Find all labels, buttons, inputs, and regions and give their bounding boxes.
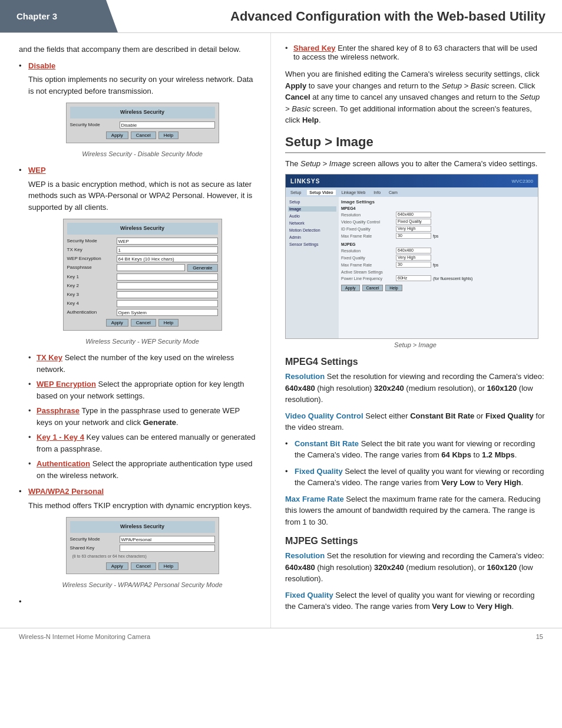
mjpeg-mfr-row: Max Frame Rate 30 fps <box>341 262 535 268</box>
cbr-label-inline: Constant Bit Rate <box>410 411 474 420</box>
mjpeg-section: MJPEG Resolution 640x480 Fixed Quality V… <box>341 242 535 268</box>
apply-btn-wep[interactable]: Apply <box>106 319 128 327</box>
nav-tab-cam[interactable]: Cam <box>386 190 400 195</box>
list-item-wpa: WPA/WPA2 Personal This method offers TKI… <box>19 486 256 590</box>
apply-btn-wpa[interactable]: Apply <box>106 562 128 570</box>
wpa-mode-row: Security Mode WPA/Personal <box>70 536 215 543</box>
vqc-label-p: Video Quality Control <box>285 411 363 420</box>
generate-btn[interactable]: Generate <box>187 264 217 272</box>
wep-key2-row: Key 2 <box>67 282 218 289</box>
screen-body: Setup Image Audio Network Motion Detecti… <box>286 197 538 338</box>
wep-key2-input[interactable] <box>117 282 218 289</box>
chapter-label: Chapter 3 <box>16 11 57 21</box>
res-value[interactable]: 640x480 <box>396 212 431 218</box>
apply-btn-screen[interactable]: Apply <box>341 285 360 291</box>
wpa-sharedkey-input[interactable] <box>120 545 215 552</box>
cbr-high: 1.2 Mbps <box>482 450 515 459</box>
wep-auth-row: Authentication Open System <box>67 309 218 316</box>
mjpeg-res-value[interactable]: 640x480 <box>396 248 431 253</box>
setup-image-heading: Setup > Image <box>285 134 546 153</box>
wep-key2-label: Key 2 <box>67 282 114 289</box>
sidebar-motion[interactable]: Motion Detection <box>288 228 336 233</box>
sidebar-audio[interactable]: Audio <box>288 213 336 219</box>
mjpeg-label: MJPEG <box>341 242 535 246</box>
apply-btn-disable[interactable]: Apply <box>106 131 128 139</box>
sidebar-sensor[interactable]: Sensor Settings <box>288 242 336 247</box>
wep-key1-row: Key 1 <box>67 274 218 281</box>
linksys-model: WVC2300 <box>512 179 533 184</box>
cancel-inline: Cancel <box>285 93 310 101</box>
mfr-text: Max Frame Rate Select the maximum frame … <box>285 493 546 528</box>
mjpeg-fq-low: Very Low <box>432 602 465 611</box>
cancel-btn-disable[interactable]: Cancel <box>131 131 156 139</box>
wpa-sharedkey-label: Shared Key <box>70 545 117 552</box>
mjpeg-resolution-text: Resolution Set the resolution for viewin… <box>285 550 546 585</box>
wep-key4-input[interactable] <box>117 300 218 307</box>
wep-bullets: • TX Key Select the number of the key us… <box>28 352 256 481</box>
mjpeg-fq-value[interactable]: Very High <box>396 255 431 261</box>
sidebar-admin[interactable]: Admin <box>288 235 336 240</box>
security-mode-select[interactable]: Disable <box>120 121 215 129</box>
mpeg4-label: MPEG4 <box>341 206 535 210</box>
wep-pass-label: Passphrase <box>67 264 114 271</box>
sidebar-setup[interactable]: Setup <box>288 199 336 205</box>
iq-value[interactable]: Very High <box>396 226 431 232</box>
nav-tab-image[interactable]: Setup Video <box>307 190 335 195</box>
mfr-value[interactable]: 30 <box>396 233 431 239</box>
cancel-btn-wep[interactable]: Cancel <box>131 319 156 327</box>
stream-row: Active Stream Settings <box>341 270 535 274</box>
help-btn-wep[interactable]: Help <box>158 319 178 327</box>
image-settings-title: Image Settings <box>341 199 535 205</box>
wep-pass-input[interactable] <box>117 264 186 271</box>
fq-high: Very High <box>486 478 521 487</box>
setup-image-screenshot: LINKSYS WVC2300 Setup Setup Video Linkag… <box>285 174 538 339</box>
nav-tab-info[interactable]: Info <box>371 190 383 195</box>
mfr-label: Max Frame Rate <box>285 495 344 503</box>
nav-tab-setup[interactable]: Setup <box>288 190 303 195</box>
wep-key3-label: Key 3 <box>67 291 114 298</box>
wep-txkey-select[interactable]: 1 <box>117 246 218 253</box>
help-btn-wpa[interactable]: Help <box>158 562 178 570</box>
disable-caption: Wireless Security - Disable Security Mod… <box>28 149 256 159</box>
passphrase-label: Passphrase <box>37 406 80 415</box>
resolution-row: Resolution 640x480 <box>341 212 535 218</box>
wep-enc-select[interactable]: 64 Bit Keys (10 Hex chars) <box>117 255 218 262</box>
fq-item: Fixed Quality Select the level of qualit… <box>285 466 546 489</box>
wep-key1-label: Key 1 <box>67 274 114 281</box>
finished-text: When you are finished editing the Camera… <box>285 68 546 126</box>
wep-bullet-encryption: • WEP Encryption Select the appropriate … <box>28 378 256 401</box>
wep-mode-select[interactable]: WEP <box>117 238 218 245</box>
wep-key1-input[interactable] <box>117 274 218 281</box>
cancel-btn-screen[interactable]: Cancel <box>362 285 384 291</box>
mjpeg-mfr-value[interactable]: 30 <box>396 262 431 268</box>
wpa-mode-select[interactable]: WPA/Personal <box>120 536 215 543</box>
vqc-value[interactable]: Fixed Quality <box>396 219 431 225</box>
sidebar-image[interactable]: Image <box>288 206 336 212</box>
wep-pass-row: Passphrase Generate <box>67 264 218 272</box>
wep-caption: Wireless Security - WEP Security Mode <box>28 337 256 347</box>
pline-value[interactable]: 60Hz <box>396 275 431 281</box>
help-btn-screen[interactable]: Help <box>385 285 402 291</box>
wep-bullet-passphrase: • Passphrase Type in the passphrase used… <box>28 405 256 428</box>
wep-auth-select[interactable]: Open System <box>117 309 218 316</box>
wpa-hint: (8 to 63 characters or 64 hex characters… <box>72 554 215 560</box>
cbr-low: 64 Kbps <box>441 450 471 459</box>
wpa-screen-title: Wireless Security <box>70 521 215 533</box>
wep-key3-input[interactable] <box>117 291 218 298</box>
setup-basic-ref2: Setup > Basic <box>285 93 540 113</box>
mjpeg-heading: MJPEG Settings <box>285 536 546 546</box>
security-mode-label: Security Mode <box>70 121 117 129</box>
right-column: • Shared Key Enter the shared key of 8 t… <box>271 33 562 628</box>
generate-label: Generate <box>143 418 176 427</box>
cancel-btn-wpa[interactable]: Cancel <box>131 562 156 570</box>
nav-tab-link[interactable]: Linkage Web <box>339 190 368 195</box>
help-inline: Help <box>302 116 319 124</box>
sidebar-network[interactable]: Network <box>288 220 336 226</box>
intro-text: and the fields that accompany them are d… <box>19 44 256 55</box>
disable-body: This option implements no security on yo… <box>28 74 256 97</box>
wep-auth-label: Authentication <box>67 309 114 316</box>
content-area: and the fields that accompany them are d… <box>0 33 562 628</box>
wep-body: WEP is a basic encryption method, which … <box>28 179 256 213</box>
wep-bullet-keys: • Key 1 - Key 4 Key values can be entere… <box>28 431 256 454</box>
help-btn-disable[interactable]: Help <box>158 131 178 139</box>
